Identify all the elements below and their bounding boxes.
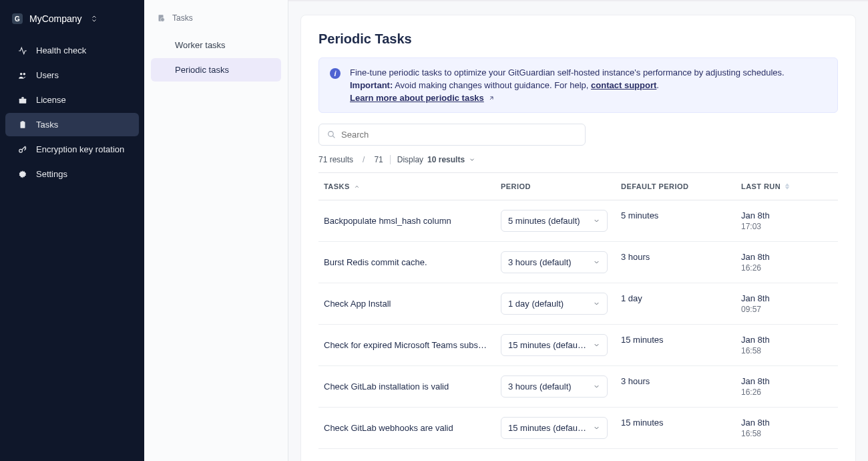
th-label: Tasks: [324, 182, 350, 190]
heartbeat-icon: [17, 46, 28, 55]
section-title: Tasks: [144, 7, 288, 32]
last-run: Jan 8th 16:26: [741, 376, 833, 397]
period-value: 15 minutes (defau…: [508, 340, 586, 350]
svg-point-5: [19, 149, 23, 152]
period-value: 1 day (default): [508, 299, 564, 309]
results-total: 71: [374, 155, 383, 164]
search-input[interactable]: [341, 130, 577, 140]
key-icon: [17, 145, 28, 154]
last-run-date: Jan 8th: [741, 293, 833, 303]
results-bar: 71 results / 71 Display 10 results: [318, 155, 838, 164]
clipboard-icon: [17, 120, 28, 130]
last-run-time: 09:57: [741, 305, 833, 314]
chevron-down-icon: [593, 259, 600, 266]
period-dropdown[interactable]: 15 minutes (defau…: [501, 417, 608, 439]
nav-item-encryption[interactable]: Encryption key rotation: [5, 138, 139, 161]
period-value: 3 hours (default): [508, 257, 572, 267]
results-count: 71 results: [318, 155, 353, 164]
svg-marker-12: [785, 187, 790, 190]
svg-line-10: [333, 136, 335, 138]
primary-nav: Health check Users License Tasks Encrypt…: [0, 39, 144, 186]
last-run-date: Jan 8th: [741, 252, 833, 262]
task-name: Check for expired Microsoft Teams subs…: [324, 340, 501, 350]
info-icon: i: [330, 68, 341, 79]
last-run-time: 16:26: [741, 263, 833, 273]
nav-label: Tasks: [36, 120, 58, 130]
th-label: Last run: [741, 182, 781, 190]
info-text: Fine-tune periodic tasks to optimize you…: [350, 67, 785, 103]
task-name: Check GitLab installation is valid: [324, 381, 501, 392]
display-dropdown[interactable]: Display 10 results: [397, 155, 475, 164]
gear-icon: [17, 170, 28, 179]
divider: [390, 155, 391, 164]
secondary-sidebar: Tasks Worker tasks Periodic tasks: [144, 0, 288, 461]
task-name: Backpopulate hmsl_hash column: [324, 216, 501, 226]
contact-support-link[interactable]: contact support: [591, 80, 656, 90]
default-period: 15 minutes: [621, 417, 741, 428]
subnav-item-worker-tasks[interactable]: Worker tasks: [151, 33, 281, 57]
table-row: Check App Install 1 day (default) 1 day …: [318, 283, 838, 325]
svg-marker-11: [785, 184, 790, 186]
table-row: Burst Redis commit cache. 3 hours (defau…: [318, 242, 838, 283]
svg-rect-4: [21, 121, 24, 122]
nav-label: Encryption key rotation: [36, 144, 124, 154]
nav-item-settings[interactable]: Settings: [5, 162, 139, 186]
content-card: Periodic Tasks i Fine-tune periodic task…: [300, 15, 856, 461]
column-header-last-run[interactable]: Last run: [741, 182, 833, 190]
sort-icon: [785, 183, 790, 190]
svg-point-1: [23, 72, 26, 75]
table-row: Check GitLab webhooks are valid 15 minut…: [318, 408, 838, 449]
svg-point-8: [160, 17, 164, 21]
period-dropdown[interactable]: 5 minutes (default): [501, 210, 608, 232]
chevron-down-icon: [593, 424, 600, 432]
table-row: Check GitLab installation is valid 3 hou…: [318, 366, 838, 408]
period-dropdown[interactable]: 1 day (default): [501, 293, 608, 315]
clipboard-clock-icon: [156, 13, 166, 23]
info-line1: Fine-tune periodic tasks to optimize you…: [350, 67, 785, 78]
last-run-time: 16:26: [741, 388, 833, 397]
main-content: Periodic Tasks i Fine-tune periodic task…: [288, 0, 868, 461]
last-run-time: 16:58: [741, 346, 833, 355]
default-period: 3 hours: [621, 375, 741, 386]
table-header: Tasks Period Default period Last run: [318, 172, 838, 200]
task-name: Burst Redis commit cache.: [324, 257, 501, 267]
svg-point-0: [20, 72, 23, 75]
learn-more-link[interactable]: Learn more about periodic tasks: [350, 93, 495, 103]
nav-label: License: [36, 95, 66, 105]
search-icon: [327, 130, 336, 139]
nav-item-license[interactable]: License: [5, 88, 139, 112]
external-link-icon: [488, 95, 495, 102]
tasks-table: Tasks Period Default period Last run Bac…: [318, 172, 838, 449]
brand-logo: G: [12, 13, 23, 24]
last-run-time: 17:03: [741, 222, 833, 231]
info-avoid-text: Avoid making changes without guidance. F…: [393, 80, 591, 90]
period-dropdown[interactable]: 3 hours (default): [501, 375, 608, 398]
briefcase-icon: [17, 96, 28, 105]
last-run-time: 16:58: [741, 429, 833, 438]
period-value: 15 minutes (defau…: [508, 423, 586, 433]
nav-label: Health check: [36, 45, 86, 55]
last-run: Jan 8th 17:03: [741, 210, 833, 231]
svg-rect-2: [19, 98, 27, 103]
svg-rect-3: [21, 122, 25, 128]
results-separator: /: [363, 155, 365, 164]
chevron-down-icon: [593, 300, 600, 307]
nav-item-tasks[interactable]: Tasks: [5, 113, 139, 136]
nav-item-users[interactable]: Users: [5, 63, 139, 87]
last-run-date: Jan 8th: [741, 335, 833, 345]
info-line2: Important: Avoid making changes without …: [350, 80, 785, 90]
nav-label: Settings: [36, 169, 67, 179]
period-dropdown[interactable]: 3 hours (default): [501, 251, 608, 273]
chevron-down-icon: [593, 217, 600, 224]
default-period: 1 day: [621, 293, 741, 303]
org-switcher[interactable]: G MyCompany: [0, 5, 144, 32]
nav-item-health-check[interactable]: Health check: [5, 39, 139, 62]
brand-name: MyCompany: [29, 13, 82, 24]
search-input-container[interactable]: [318, 124, 586, 146]
users-icon: [17, 71, 28, 80]
period-dropdown[interactable]: 15 minutes (defau…: [501, 334, 608, 356]
subnav-item-periodic-tasks[interactable]: Periodic tasks: [151, 58, 281, 82]
last-run-date: Jan 8th: [741, 376, 833, 386]
last-run: Jan 8th 09:57: [741, 293, 833, 314]
column-header-tasks[interactable]: Tasks: [324, 182, 501, 190]
